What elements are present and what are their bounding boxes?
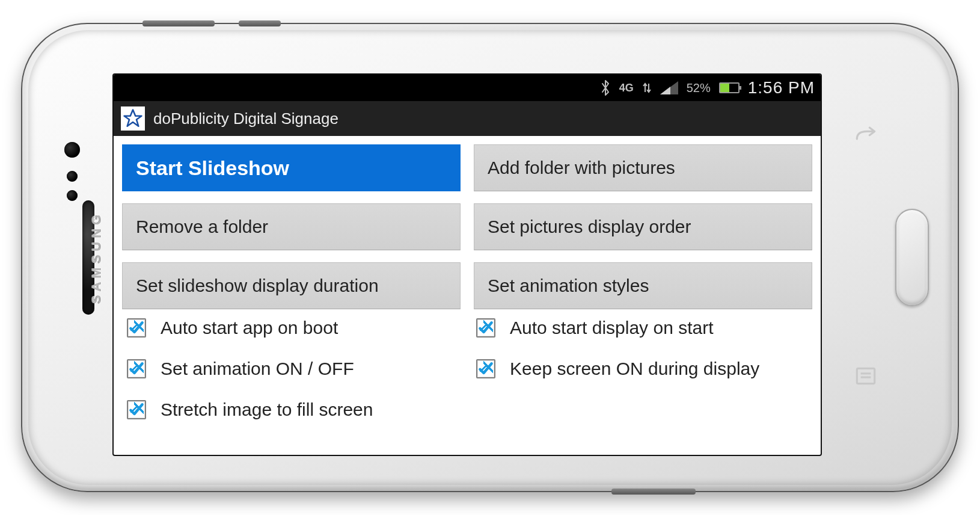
auto-start-boot-row: Auto start app on boot [127,318,463,338]
checkbox-label: Stretch image to fill screen [161,399,373,420]
set-display-order-button[interactable]: Set pictures display order [474,203,812,250]
button-label: Set pictures display order [488,217,691,237]
phone-frame: SAMSUNG 4G [21,23,959,492]
svg-marker-4 [660,87,670,94]
back-icon [853,126,878,152]
button-label: Add folder with pictures [488,158,675,178]
app-icon [121,106,145,131]
light-sensor [67,190,78,201]
clock: 1:56 PM [748,78,815,97]
auto-start-display-checkbox[interactable] [476,318,495,338]
stretch-fill-row: Stretch image to fill screen [127,399,463,420]
checkbox-label: Auto start app on boot [161,318,338,338]
brand-label: SAMSUNG [89,211,105,304]
keep-screen-on-checkbox[interactable] [476,359,495,378]
svg-marker-5 [124,110,142,126]
auto-start-display-row: Auto start display on start [476,318,812,338]
add-folder-button[interactable]: Add folder with pictures [474,144,812,191]
side-button [239,20,281,26]
power-button [611,489,696,495]
battery-icon [719,82,740,93]
camera-lens [64,142,80,158]
status-bar: 4G 52% 1:56 PM [114,75,821,101]
auto-start-boot-checkbox[interactable] [127,318,146,338]
data-arrows-icon [642,81,652,94]
back-capacitive-button[interactable] [851,124,881,154]
button-label: Remove a folder [136,217,268,237]
set-animation-styles-button[interactable]: Set animation styles [474,262,812,309]
button-label: Start Slideshow [136,156,289,180]
start-slideshow-button[interactable]: Start Slideshow [122,144,461,191]
app-title: doPublicity Digital Signage [153,109,338,128]
button-grid: Start Slideshow Add folder with pictures… [114,136,821,314]
volume-rocker [142,20,215,26]
bluetooth-icon [600,79,611,96]
animation-toggle-row: Set animation ON / OFF [127,359,463,379]
signal-icon [660,81,678,94]
animation-toggle-checkbox[interactable] [127,359,146,378]
set-duration-button[interactable]: Set slideshow display duration [122,262,461,309]
checkbox-grid: Auto start app on boot Auto start displa… [114,314,821,420]
keep-screen-on-row: Keep screen ON during display [476,359,812,379]
menu-icon [853,363,878,389]
checkbox-label: Keep screen ON during display [510,359,759,379]
proximity-sensor [67,171,78,182]
menu-capacitive-button[interactable] [851,361,881,391]
checkbox-label: Auto start display on start [510,318,714,338]
phone-bezel: SAMSUNG 4G [28,30,952,485]
home-button[interactable] [895,209,929,306]
svg-rect-0 [857,368,874,383]
battery-percent: 52% [687,81,711,95]
button-label: Set animation styles [488,276,649,296]
button-label: Set slideshow display duration [136,276,379,296]
remove-folder-button[interactable]: Remove a folder [122,203,461,250]
screen: 4G 52% 1:56 PM doPublicity Digital Sig [112,73,822,456]
stretch-fill-checkbox[interactable] [127,400,146,419]
network-type-label: 4G [619,82,634,94]
checkbox-label: Set animation ON / OFF [161,359,354,379]
app-bar: doPublicity Digital Signage [114,101,821,136]
